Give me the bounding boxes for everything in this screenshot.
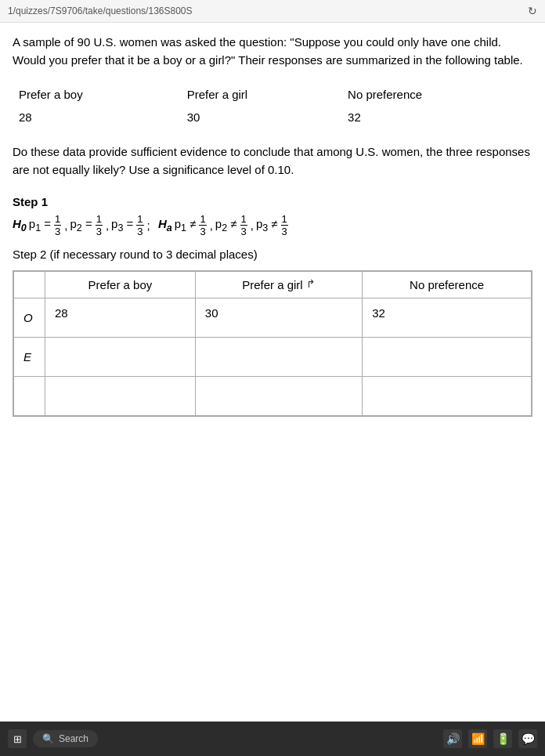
taskbar-icon-2[interactable]: 📶	[468, 729, 487, 748]
row-E-girl[interactable]	[195, 337, 362, 376]
taskbar-icon-3[interactable]: 🔋	[493, 729, 512, 748]
col-empty-header	[14, 271, 45, 298]
refresh-icon[interactable]: ↻	[528, 5, 537, 17]
ha-comma1: ,	[210, 219, 213, 232]
h0-frac3: 13	[136, 213, 143, 238]
ha-frac3: 13	[281, 213, 288, 238]
row-O-nopref: 32	[363, 298, 532, 337]
hypothesis-row: H0 p1 = 13 , p2 = 13 , p3 = 13 ; Ha p1 ≠…	[13, 213, 532, 238]
browser-bar: 1/quizzes/7S9706/take/questions/136S800S…	[0, 0, 545, 23]
row-E-label: E	[14, 337, 45, 376]
col-header-boy: Prefer a boy	[13, 83, 181, 106]
ha-p2: p2 ≠	[215, 217, 237, 233]
col-header-girl: Prefer a girl	[181, 83, 341, 106]
search-icon: 🔍	[42, 733, 54, 744]
summary-table: Prefer a boy Prefer a girl No preference…	[13, 83, 532, 128]
val-boy: 28	[13, 106, 181, 128]
val-girl: 30	[181, 106, 341, 128]
h0-semicolon: ;	[147, 219, 150, 232]
step1-block: Step 1 H0 p1 = 13 , p2 = 13 , p3 = 13 ; …	[13, 195, 532, 238]
row-3-nopref[interactable]	[363, 376, 532, 415]
h0-frac1: 13	[54, 213, 61, 238]
row-3-label	[14, 376, 45, 415]
data-table-wrapper: Prefer a boy Prefer a girl ↱ No preferen…	[13, 270, 532, 417]
data-table: Prefer a boy Prefer a girl ↱ No preferen…	[13, 271, 532, 416]
h0-comma1: ,	[64, 219, 67, 232]
table-row-O: O 28 30 32	[14, 298, 532, 337]
row-O-boy: 28	[45, 298, 196, 337]
table-col-boy: Prefer a boy	[45, 271, 196, 298]
h0-p2: p2 =	[70, 217, 92, 233]
taskbar: ⊞ 🔍 Search 🔊 📶 🔋 💬	[0, 722, 545, 756]
taskbar-icon-1[interactable]: 🔊	[443, 729, 462, 748]
h0-p1: p1 =	[29, 217, 51, 233]
step1-label: Step 1	[13, 195, 532, 208]
table-row-3	[14, 376, 532, 415]
step2-block: Step 2 (if necessary round to 3 decimal …	[13, 248, 532, 417]
col-header-nopref: No preference	[341, 83, 532, 106]
row-E-nopref[interactable]	[363, 337, 532, 376]
row-O-girl: 30	[195, 298, 362, 337]
val-nopref: 32	[341, 106, 532, 128]
row-3-boy[interactable]	[45, 376, 196, 415]
row-E-boy[interactable]	[45, 337, 196, 376]
table-col-nopref: No preference	[363, 271, 532, 298]
step2-label: Step 2 (if necessary round to 3 decimal …	[13, 248, 532, 261]
ha-frac2: 13	[240, 213, 247, 238]
h0-comma2: ,	[106, 219, 109, 232]
taskbar-icon-4[interactable]: 💬	[518, 729, 537, 748]
search-label: Search	[59, 733, 88, 744]
main-content: A sample of 90 U.S. women was asked the …	[0, 23, 545, 440]
h0-symbol: H0	[13, 217, 27, 233]
taskbar-right: 🔊 📶 🔋 💬	[443, 729, 537, 748]
row-3-girl[interactable]	[195, 376, 362, 415]
row-O-label: O	[14, 298, 45, 337]
taskbar-search-bar[interactable]: 🔍 Search	[33, 730, 98, 747]
ha-symbol: Ha	[158, 217, 172, 233]
taskbar-left: ⊞ 🔍 Search	[8, 729, 98, 748]
intro-paragraph: A sample of 90 U.S. women was asked the …	[13, 34, 532, 69]
ha-p1: p1 ≠	[175, 217, 197, 233]
cursor-icon: ↱	[306, 277, 316, 290]
h0-frac2: 13	[96, 213, 103, 238]
ha-p3: p3 ≠	[256, 217, 278, 233]
windows-button[interactable]: ⊞	[8, 729, 27, 748]
ha-comma2: ,	[251, 219, 254, 232]
table-row-E: E	[14, 337, 532, 376]
table-col-girl: Prefer a girl ↱	[195, 271, 362, 298]
ha-frac1: 13	[199, 213, 206, 238]
table-header-row: Prefer a boy Prefer a girl ↱ No preferen…	[14, 271, 532, 298]
question-text: Do these data provide sufficient evidenc…	[13, 143, 532, 179]
url-bar[interactable]: 1/quizzes/7S9706/take/questions/136S800S	[8, 5, 193, 16]
h0-p3: p3 =	[111, 217, 133, 233]
